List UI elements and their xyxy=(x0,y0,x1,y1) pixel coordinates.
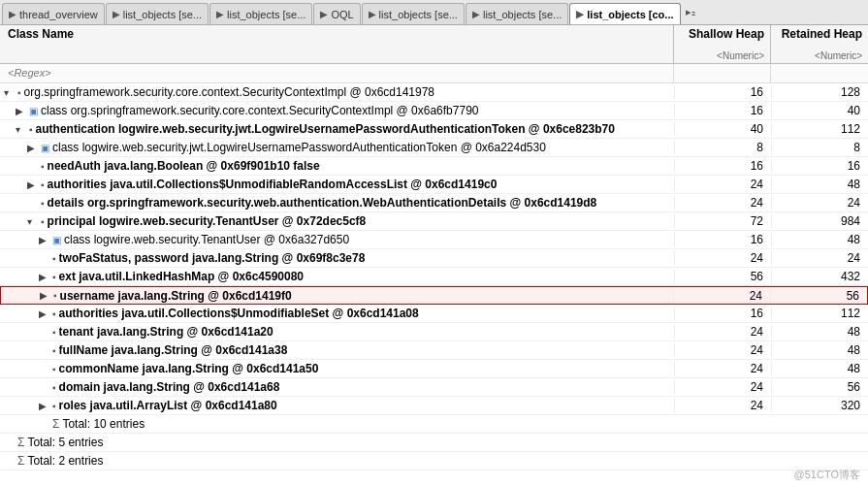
table-row[interactable]: ▪twoFaStatus, password java.lang.String … xyxy=(0,249,868,268)
shallow-heap-cell: 24 xyxy=(674,343,771,357)
class-cell: ▪needAuth java.lang.Boolean @ 0x69f901b1… xyxy=(0,159,674,173)
shallow-heap-cell: 24 xyxy=(674,380,771,394)
table-row[interactable]: ▾▪org.springframework.security.core.cont… xyxy=(0,83,868,102)
tab-list_objects_3[interactable]: ▶list_objects [se... xyxy=(362,3,465,24)
tab-list_objects_2[interactable]: ▶list_objects [se... xyxy=(209,3,312,24)
retained-heap-cell: 56 xyxy=(771,380,868,394)
shallow-heap-cell: 40 xyxy=(674,122,771,136)
class-cell: ▶▪ext java.util.LinkedHashMap @ 0x6c4590… xyxy=(0,270,674,283)
class-icon: ▣ xyxy=(41,143,49,153)
field-icon: ▪ xyxy=(53,290,57,301)
tab-list_objects_co[interactable]: ▶list_objects [co... xyxy=(569,3,680,24)
table-row[interactable]: ▪needAuth java.lang.Boolean @ 0x69f901b1… xyxy=(0,157,868,176)
table-row[interactable]: ▶▪authorities java.util.Collections$Unmo… xyxy=(0,305,868,323)
expand-button[interactable]: ▶ xyxy=(27,143,39,153)
shallow-heap-sub: <Numeric> xyxy=(717,50,764,61)
shallow-heap-cell: 16 xyxy=(674,159,771,173)
class-name-title: Class Name xyxy=(8,27,669,41)
field-icon: ▪ xyxy=(52,308,56,319)
table-row[interactable]: ▪commonName java.lang.String @ 0x6cd141a… xyxy=(0,360,868,378)
table-row[interactable]: ΣTotal: 10 entries xyxy=(0,415,868,434)
table-row[interactable]: ΣTotal: 2 entries xyxy=(0,452,868,470)
tab-thread_overview[interactable]: ▶thread_overview xyxy=(2,3,105,24)
shallow-heap-cell: 24 xyxy=(674,325,771,339)
table-row[interactable]: ▶▣ class logwire.web.security.TenantUser… xyxy=(0,231,868,249)
row-name: principal logwire.web.security.TenantUse… xyxy=(48,214,367,228)
table-row[interactable]: ▪details org.springframework.security.we… xyxy=(0,194,868,212)
class-cell: ▪details org.springframework.security.we… xyxy=(0,196,674,210)
expand-button[interactable]: ▾ xyxy=(27,216,39,227)
expand-button[interactable]: ▶ xyxy=(39,401,50,411)
tab-list_objects_1[interactable]: ▶list_objects [se... xyxy=(106,3,209,24)
main-content: Class Name Shallow Heap <Numeric> Retain… xyxy=(0,25,868,486)
class-icon: ▣ xyxy=(52,235,61,245)
row-name: class logwire.web.security.jwt.LogwireUs… xyxy=(52,141,546,154)
filter-shallow xyxy=(674,64,771,82)
expand-button[interactable]: ▶ xyxy=(40,290,51,301)
table-row[interactable]: ▾▪principal logwire.web.security.TenantU… xyxy=(0,212,868,231)
retained-heap-cell: 48 xyxy=(771,178,868,191)
class-cell: ▶▣ class org.springframework.security.co… xyxy=(0,104,674,117)
table-row[interactable]: ▶▣ class org.springframework.security.co… xyxy=(0,102,868,120)
class-cell: ▶▪roles java.util.ArrayList @ 0x6cd141a8… xyxy=(0,399,674,412)
table-row[interactable]: ▪fullName java.lang.String @ 0x6cd141a38… xyxy=(0,341,868,360)
retained-heap-cell: 112 xyxy=(771,307,868,320)
tab-icon-oql: ▶ xyxy=(320,9,328,19)
class-cell: ΣTotal: 5 entries xyxy=(0,436,674,449)
retained-heap-sub: <Numeric> xyxy=(815,50,862,61)
filter-class-cell: <Regex> xyxy=(0,64,674,82)
expand-button[interactable]: ▶ xyxy=(39,308,50,319)
tab-icon-list_objects_2: ▶ xyxy=(216,9,224,19)
expand-button[interactable]: ▾ xyxy=(4,87,16,98)
tab-list_objects_4[interactable]: ▶list_objects [se... xyxy=(466,3,568,24)
table-row[interactable]: ▶▣ class logwire.web.security.jwt.Logwir… xyxy=(0,139,868,157)
tab-icon-list_objects_co: ▶ xyxy=(576,9,584,19)
table-row[interactable]: ▪domain java.lang.String @ 0x6cd141a68 2… xyxy=(0,378,868,397)
shallow-heap-cell: 24 xyxy=(674,362,771,375)
table-body: ▾▪org.springframework.security.core.cont… xyxy=(0,83,868,486)
filter-row: <Regex> xyxy=(0,64,868,83)
row-name: ext java.util.LinkedHashMap @ 0x6c459008… xyxy=(59,270,305,283)
expand-button[interactable]: ▶ xyxy=(16,106,27,116)
shallow-heap-cell: 16 xyxy=(674,104,771,117)
field-icon: ▪ xyxy=(52,327,56,338)
row-name: fullName java.lang.String @ 0x6cd141a38 xyxy=(59,343,288,357)
field-icon: ▪ xyxy=(41,198,45,209)
expand-button[interactable]: ▶ xyxy=(39,235,50,245)
table-row[interactable]: ▶▪ext java.util.LinkedHashMap @ 0x6c4590… xyxy=(0,268,868,286)
tab-label-list_objects_3: list_objects [se... xyxy=(379,9,458,20)
shallow-heap-cell: 16 xyxy=(674,233,771,246)
tab-icon-list_objects_4: ▶ xyxy=(472,9,480,19)
expand-button[interactable]: ▶ xyxy=(39,272,50,282)
class-cell: ▪fullName java.lang.String @ 0x6cd141a38 xyxy=(0,343,674,357)
retained-heap-cell: 24 xyxy=(771,196,868,210)
field-icon: ▪ xyxy=(52,364,56,374)
watermark: @51CTO博客 xyxy=(794,468,860,482)
class-cell: ▶▪authorities java.util.Collections$Unmo… xyxy=(0,178,674,191)
field-icon: ▪ xyxy=(41,179,45,190)
shallow-heap-column-header: Shallow Heap <Numeric> xyxy=(674,25,771,63)
row-name: username java.lang.String @ 0x6cd1419f0 xyxy=(60,289,292,303)
tab-label-list_objects_2: list_objects [se... xyxy=(227,9,305,20)
retained-heap-cell: 40 xyxy=(771,104,868,117)
shallow-heap-cell: 16 xyxy=(674,85,771,99)
table-row[interactable]: ΣTotal: 5 entries xyxy=(0,434,868,452)
expand-button[interactable]: ▶ xyxy=(27,179,39,190)
tab-overflow[interactable]: ▸₂ xyxy=(682,6,699,18)
row-name: authorities java.util.Collections$Unmodi… xyxy=(59,307,419,320)
tab-oql[interactable]: ▶OQL xyxy=(313,3,360,24)
table-row[interactable]: ▶▪roles java.util.ArrayList @ 0x6cd141a8… xyxy=(0,397,868,415)
table-row[interactable]: ▶▪authorities java.util.Collections$Unmo… xyxy=(0,176,868,194)
retained-heap-cell: 48 xyxy=(771,233,868,246)
class-cell: ▪domain java.lang.String @ 0x6cd141a68 xyxy=(0,380,674,394)
sigma-icon: Σ xyxy=(52,417,59,431)
table-row[interactable]: ▾▪authentication logwire.web.security.jw… xyxy=(0,120,868,139)
expand-button[interactable]: ▾ xyxy=(16,124,27,135)
class-cell: ▶▣ class logwire.web.security.jwt.Logwir… xyxy=(0,141,674,154)
table-row[interactable]: ▪tenant java.lang.String @ 0x6cd141a20 2… xyxy=(0,323,868,341)
tab-label-oql: OQL xyxy=(331,9,353,20)
table-row[interactable]: ▶▪username java.lang.String @ 0x6cd1419f… xyxy=(0,286,868,305)
class-cell: ▾▪authentication logwire.web.security.jw… xyxy=(0,122,674,136)
field-icon: ▪ xyxy=(29,124,33,135)
field-icon: ▪ xyxy=(52,345,56,356)
